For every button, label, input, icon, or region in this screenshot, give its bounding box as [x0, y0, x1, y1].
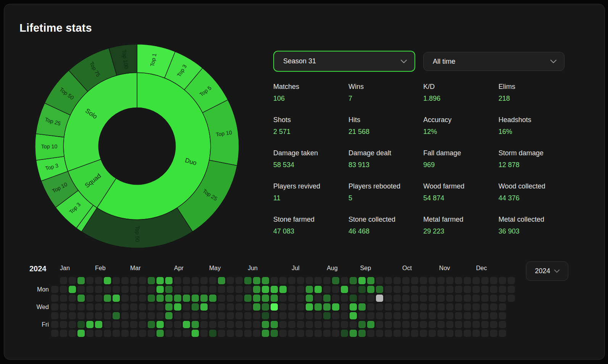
calendar-cell[interactable] [297, 277, 304, 284]
calendar-cell[interactable] [69, 286, 76, 293]
calendar-cell[interactable] [314, 277, 322, 284]
calendar-cell[interactable] [148, 330, 155, 337]
calendar-cell[interactable] [420, 312, 427, 319]
calendar-cell[interactable] [253, 277, 260, 284]
calendar-cell[interactable] [481, 321, 489, 328]
calendar-cell[interactable] [227, 330, 234, 337]
calendar-cell[interactable] [288, 286, 295, 293]
calendar-cell[interactable] [314, 330, 322, 337]
calendar-cell[interactable] [437, 330, 445, 337]
calendar-cell[interactable] [411, 303, 418, 311]
calendar-cell[interactable] [77, 303, 85, 311]
calendar-cell[interactable] [429, 303, 436, 311]
calendar-cell[interactable] [156, 321, 164, 328]
calendar-cell[interactable] [271, 330, 278, 337]
calendar-cell[interactable] [253, 303, 260, 311]
calendar-cell[interactable] [209, 295, 216, 302]
calendar-cell[interactable] [165, 303, 173, 311]
calendar-cell[interactable] [130, 321, 137, 328]
calendar-cell[interactable] [69, 295, 76, 302]
calendar-cell[interactable] [209, 321, 216, 328]
calendar-cell[interactable] [253, 295, 260, 302]
calendar-cell[interactable] [200, 321, 208, 328]
calendar-cell[interactable] [95, 312, 102, 319]
calendar-cell[interactable] [174, 330, 181, 337]
calendar-cell[interactable] [350, 286, 357, 293]
calendar-cell[interactable] [402, 303, 410, 311]
calendar-cell[interactable] [104, 303, 111, 311]
calendar-cell[interactable] [394, 330, 401, 337]
calendar-cell[interactable] [130, 330, 137, 337]
calendar-cell[interactable] [253, 330, 260, 337]
calendar-cell[interactable] [464, 312, 471, 319]
calendar-cell[interactable] [148, 286, 155, 293]
calendar-cell[interactable] [358, 321, 366, 328]
calendar-cell[interactable] [394, 312, 401, 319]
calendar-cell[interactable] [130, 303, 137, 311]
calendar-cell[interactable] [455, 330, 462, 337]
calendar-cell[interactable] [262, 330, 269, 337]
year-select[interactable]: 2024 [526, 261, 568, 281]
calendar-cell[interactable] [455, 277, 462, 284]
calendar-cell[interactable] [227, 321, 234, 328]
calendar-cell[interactable] [367, 321, 374, 328]
calendar-cell[interactable] [499, 295, 506, 302]
calendar-cell[interactable] [429, 295, 436, 302]
calendar-cell[interactable] [332, 312, 339, 319]
calendar-cell[interactable] [209, 286, 216, 293]
calendar-cell[interactable] [174, 312, 181, 319]
calendar-cell[interactable] [402, 277, 410, 284]
calendar-cell[interactable] [446, 286, 453, 293]
calendar-cell[interactable] [402, 286, 410, 293]
calendar-cell[interactable] [473, 303, 480, 311]
calendar-cell[interactable] [130, 277, 137, 284]
calendar-cell[interactable] [192, 312, 199, 319]
calendar-cell[interactable] [69, 321, 76, 328]
calendar-cell[interactable] [113, 321, 120, 328]
calendar-cell[interactable] [464, 286, 471, 293]
calendar-cell[interactable] [473, 312, 480, 319]
calendar-cell[interactable] [86, 286, 94, 293]
calendar-cell[interactable] [271, 286, 278, 293]
calendar-cell[interactable] [455, 312, 462, 319]
calendar-cell[interactable] [358, 312, 366, 319]
calendar-cell[interactable] [420, 295, 427, 302]
calendar-cell[interactable] [481, 277, 489, 284]
calendar-cell[interactable] [244, 295, 252, 302]
calendar-cell[interactable] [95, 286, 102, 293]
calendar-cell[interactable] [235, 277, 243, 284]
calendar-cell[interactable] [446, 330, 453, 337]
calendar-cell[interactable] [279, 277, 287, 284]
calendar-cell[interactable] [332, 321, 339, 328]
calendar-cell[interactable] [437, 295, 445, 302]
calendar-cell[interactable] [244, 312, 252, 319]
calendar-cell[interactable] [86, 295, 94, 302]
calendar-cell[interactable] [113, 286, 120, 293]
calendar-cell[interactable] [464, 330, 471, 337]
calendar-cell[interactable] [279, 303, 287, 311]
calendar-cell[interactable] [200, 303, 208, 311]
calendar-cell[interactable] [297, 312, 304, 319]
calendar-cell[interactable] [121, 330, 129, 337]
calendar-cell[interactable] [358, 277, 366, 284]
calendar-cell[interactable] [402, 321, 410, 328]
calendar-cell[interactable] [104, 312, 111, 319]
calendar-cell[interactable] [314, 321, 322, 328]
calendar-cell[interactable] [183, 277, 190, 284]
calendar-cell[interactable] [499, 286, 506, 293]
calendar-cell[interactable] [490, 277, 497, 284]
calendar-cell[interactable] [490, 303, 497, 311]
calendar-cell[interactable] [244, 321, 252, 328]
calendar-cell[interactable] [121, 277, 129, 284]
calendar-cell[interactable] [139, 277, 146, 284]
calendar-cell[interactable] [279, 312, 287, 319]
calendar-cell[interactable] [130, 295, 137, 302]
calendar-cell[interactable] [183, 303, 190, 311]
calendar-cell[interactable] [156, 312, 164, 319]
calendar-cell[interactable] [183, 286, 190, 293]
calendar-cell[interactable] [490, 312, 497, 319]
calendar-cell[interactable] [385, 303, 392, 311]
calendar-cell[interactable] [490, 286, 497, 293]
calendar-cell[interactable] [376, 312, 383, 319]
calendar-cell[interactable] [77, 295, 85, 302]
